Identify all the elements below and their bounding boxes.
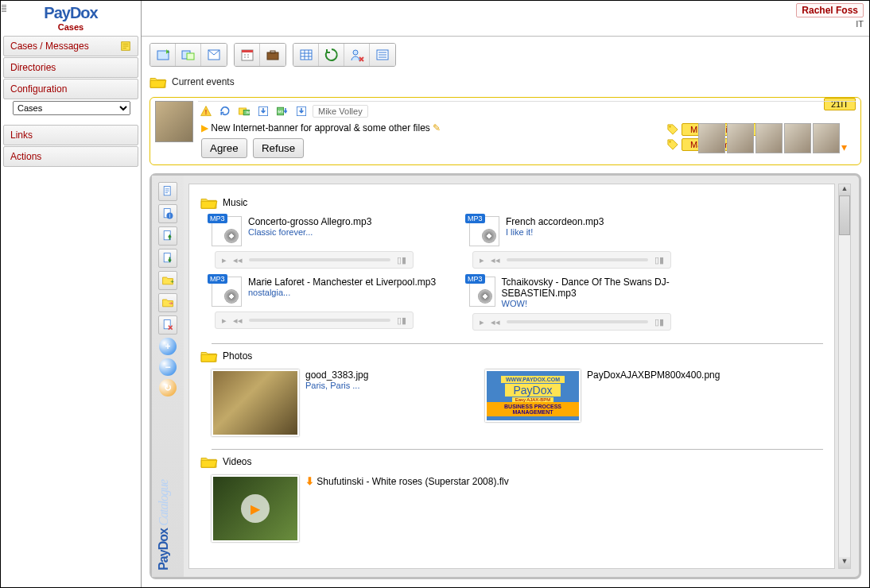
calendar-icon[interactable] <box>235 44 260 66</box>
download2-icon[interactable] <box>293 103 309 119</box>
doc-info-icon[interactable]: i <box>158 204 177 223</box>
participant-avatar[interactable] <box>727 123 754 153</box>
audio-item[interactable]: MP3Marie Laforet - Manchester et Liverpo… <box>212 277 450 307</box>
file-caption[interactable]: Classic forever... <box>248 227 371 237</box>
author-name[interactable]: Mike Volley <box>313 105 368 118</box>
module-label: Cases <box>1 22 141 32</box>
file-name: PayDoxAJAXBPM800x400.png <box>587 369 720 381</box>
svg-rect-7 <box>242 50 253 52</box>
mp3-thumb: MP3 <box>212 277 242 307</box>
file-caption[interactable]: nostalgia... <box>248 288 436 297</box>
new-subcase-icon[interactable] <box>176 44 201 66</box>
section-header[interactable]: Videos <box>200 455 823 469</box>
sidebar-item-directories[interactable]: Directories <box>3 57 138 78</box>
image-item[interactable]: WWW.PAYDOX.COMPayDoxEasy AJAX-BPMBUSINES… <box>485 369 740 436</box>
user-remove-icon[interactable] <box>344 44 370 66</box>
volume-icon[interactable]: ▯▮ <box>397 255 406 265</box>
tag-icon <box>667 124 678 135</box>
collapse-handle[interactable] <box>2 5 6 12</box>
doc-down-icon[interactable] <box>158 249 177 268</box>
scroll-up-icon[interactable]: ▲ <box>839 184 850 195</box>
folder-open-icon <box>200 195 218 210</box>
play-icon[interactable]: ▸ <box>222 255 227 265</box>
play-icon[interactable]: ▸ <box>480 317 484 327</box>
sidebar-dropdown[interactable]: Cases <box>3 101 138 115</box>
mp3-thumb: MP3 <box>212 216 242 246</box>
mp3-thumb: MP3 <box>469 277 495 307</box>
agree-button[interactable]: Agree <box>201 138 247 158</box>
svg-text:+: + <box>166 48 170 56</box>
refuse-button[interactable]: Refuse <box>253 138 304 158</box>
rewind-icon[interactable]: ◂◂ <box>233 255 243 265</box>
audio-player[interactable]: ▸◂◂▯▮ <box>472 313 671 331</box>
participant-avatar[interactable] <box>813 123 840 153</box>
rewind-icon[interactable]: ◂◂ <box>491 255 500 265</box>
scrollbar[interactable]: ▲ ▼ <box>838 184 851 569</box>
play-icon[interactable]: ▸ <box>480 255 484 265</box>
folder-add-icon[interactable]: + <box>158 271 177 290</box>
file-caption[interactable]: I like it! <box>506 227 604 237</box>
alert-icon[interactable]: ! <box>198 103 214 119</box>
audio-player[interactable]: ▸◂◂▯▮ <box>472 251 671 269</box>
folder-move-icon[interactable] <box>158 293 177 312</box>
scroll-thumb[interactable] <box>839 195 850 235</box>
user-role: IT <box>796 19 864 29</box>
volume-icon[interactable]: ▯▮ <box>654 255 664 265</box>
recycle-icon[interactable] <box>319 44 344 66</box>
track-slider[interactable] <box>249 258 390 261</box>
refresh-icon[interactable] <box>217 103 233 119</box>
scroll-down-icon[interactable]: ▼ <box>839 557 850 568</box>
refresh-circle-icon[interactable]: ↻ <box>159 379 177 397</box>
audio-player[interactable]: ▸◂◂▯▮ <box>215 251 414 269</box>
section-title: Music <box>223 197 247 208</box>
doc-icon[interactable] <box>158 182 177 201</box>
file-caption[interactable]: Paris, Paris ... <box>305 381 368 390</box>
participant-avatar[interactable] <box>784 123 811 153</box>
remove-circle-icon[interactable]: − <box>159 358 177 376</box>
sidebar-item-cases-messages[interactable]: Cases / Messages <box>3 36 138 56</box>
download-icon[interactable] <box>255 103 271 119</box>
doc-delete-icon[interactable] <box>158 315 177 335</box>
section-title: Photos <box>223 350 252 362</box>
doc-up-icon[interactable] <box>158 226 177 246</box>
section-header[interactable]: Photos <box>200 349 823 363</box>
play-icon[interactable]: ▸ <box>222 315 227 326</box>
sidebar-item-actions[interactable]: Actions <box>3 146 138 167</box>
audio-player[interactable]: ▸◂◂▯▮ <box>215 311 414 329</box>
image-item[interactable]: good_3383.jpgParis, Paris ... <box>212 369 466 436</box>
rewind-icon[interactable]: ◂◂ <box>491 317 500 327</box>
sidebar-item-links[interactable]: Links <box>3 125 138 145</box>
grid-icon[interactable] <box>293 44 319 66</box>
audio-item[interactable]: MP3French accordeon.mp3I like it! <box>469 216 708 246</box>
participants-more-icon[interactable]: ▾ <box>841 141 851 153</box>
volume-icon[interactable]: ▯▮ <box>397 315 406 326</box>
new-message-icon[interactable] <box>201 44 227 66</box>
track-slider[interactable] <box>507 258 648 261</box>
sidebar-item-configuration[interactable]: Configuration <box>3 79 138 99</box>
rewind-icon[interactable]: ◂◂ <box>233 315 243 326</box>
arrow-icon: ▶ <box>201 122 208 133</box>
new-case-icon[interactable]: + <box>150 44 176 66</box>
video-item[interactable]: ▶⬇ Shufutinski - White roses (Superstar … <box>212 475 609 542</box>
edit-icon[interactable]: ✎ <box>433 122 441 133</box>
download-arrow-icon[interactable]: ⬇ <box>305 475 314 487</box>
img-download-icon[interactable]: IMG <box>274 103 290 119</box>
play-overlay-icon[interactable]: ▶ <box>241 494 270 523</box>
author-avatar[interactable] <box>155 101 193 142</box>
user-name[interactable]: Rachel Foss <box>796 3 864 17</box>
briefcase-icon[interactable] <box>260 44 285 66</box>
audio-item[interactable]: MP3Tchaikovsky - Dance Of The Swans DJ-S… <box>469 277 708 308</box>
case-subject: New Internet-banner for approval & some … <box>211 122 429 133</box>
participant-avatar[interactable] <box>698 123 725 153</box>
file-caption[interactable]: WOW! <box>502 299 708 308</box>
add-circle-icon[interactable]: + <box>159 338 177 355</box>
folder-img-icon[interactable]: IMG <box>236 103 252 119</box>
track-slider[interactable] <box>249 319 390 322</box>
cases-select[interactable]: Cases <box>13 101 130 115</box>
track-slider[interactable] <box>507 320 648 323</box>
participant-avatar[interactable] <box>755 123 783 153</box>
volume-icon[interactable]: ▯▮ <box>654 317 664 327</box>
list-icon[interactable] <box>370 44 395 66</box>
audio-item[interactable]: MP3Concerto-grosso Allegro.mp3Classic fo… <box>212 216 450 246</box>
section-header[interactable]: Music <box>200 195 823 210</box>
